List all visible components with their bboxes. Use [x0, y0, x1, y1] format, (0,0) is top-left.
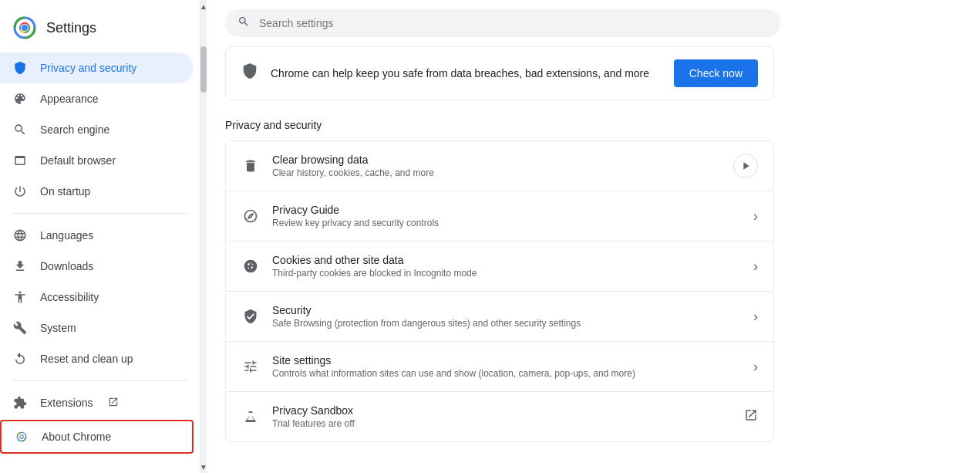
sidebar-item-on-startup-label: On startup: [40, 185, 90, 198]
sidebar-item-about-chrome-label: About Chrome: [42, 431, 111, 443]
sidebar-item-languages-label: Languages: [40, 229, 93, 242]
sidebar-item-privacy-security-label: Privacy and security: [40, 62, 136, 74]
sidebar-item-accessibility-label: Accessibility: [40, 291, 99, 303]
cookie-icon: [241, 257, 260, 275]
privacy-sandbox-text: Privacy Sandbox Trial features are off: [272, 404, 732, 429]
search-icon: [237, 15, 250, 31]
site-settings-title: Site settings: [272, 354, 741, 367]
clear-browsing-data-arrow[interactable]: [733, 154, 758, 178]
svg-point-14: [248, 268, 250, 269]
security-arrow: ›: [753, 309, 758, 325]
site-settings-desc: Controls what information sites can use …: [272, 368, 741, 379]
search-bar: [225, 9, 780, 37]
privacy-sandbox-desc: Trial features are off: [272, 418, 732, 429]
sidebar-item-appearance[interactable]: Appearance: [0, 83, 194, 114]
sidebar-item-privacy-security[interactable]: Privacy and security: [0, 52, 194, 83]
svg-point-5: [22, 25, 28, 31]
settings-item-privacy-sandbox[interactable]: Privacy Sandbox Trial features are off: [226, 392, 773, 441]
sidebar-scrollbar[interactable]: ▲ ▼: [200, 0, 207, 473]
sidebar-item-languages[interactable]: Languages: [0, 220, 194, 251]
main-content: Chrome can help keep you safe from data …: [207, 0, 980, 473]
settings-item-privacy-guide[interactable]: Privacy Guide Review key privacy and sec…: [226, 191, 773, 242]
trash-icon: [241, 157, 260, 175]
safety-card-left: Chrome can help keep you safe from data …: [241, 63, 649, 84]
svg-point-13: [252, 264, 254, 265]
sidebar-item-default-browser[interactable]: Default browser: [0, 145, 194, 176]
clear-browsing-data-desc: Clear history, cookies, cache, and more: [272, 167, 721, 178]
cookies-title: Cookies and other site data: [272, 254, 741, 266]
privacy-settings-list: Clear browsing data Clear history, cooki…: [225, 140, 774, 442]
privacy-guide-desc: Review key privacy and security controls: [272, 218, 741, 228]
safety-shield-icon: [241, 63, 258, 84]
sidebar-divider-2: [12, 380, 187, 381]
reset-icon: [12, 351, 28, 367]
compass-icon: [241, 207, 260, 225]
settings-item-security[interactable]: Security Safe Browsing (protection from …: [226, 292, 773, 342]
cookies-text: Cookies and other site data Third-party …: [272, 254, 741, 279]
sliders-icon: [241, 357, 260, 376]
system-icon: [12, 320, 28, 336]
sidebar-item-downloads-label: Downloads: [40, 260, 93, 272]
check-now-button[interactable]: Check now: [674, 59, 758, 87]
cookies-arrow: ›: [753, 258, 758, 275]
accessibility-icon: [12, 289, 28, 305]
scrollbar-thumb[interactable]: [200, 46, 207, 93]
privacy-sandbox-title: Privacy Sandbox: [272, 404, 732, 417]
search-bar-container: [207, 0, 980, 46]
sidebar-item-downloads[interactable]: Downloads: [0, 251, 194, 282]
svg-point-11: [244, 260, 258, 273]
security-title: Security: [272, 304, 741, 316]
svg-point-15: [251, 266, 253, 269]
sidebar-item-appearance-label: Appearance: [40, 93, 99, 105]
sidebar-item-about-chrome[interactable]: About Chrome: [0, 420, 194, 454]
sidebar-item-accessibility[interactable]: Accessibility: [0, 282, 194, 313]
about-chrome-icon: [14, 429, 29, 444]
sidebar-item-on-startup[interactable]: On startup: [0, 176, 194, 207]
chrome-logo-icon: [12, 15, 37, 40]
site-settings-arrow: ›: [753, 359, 758, 375]
sidebar-item-extensions[interactable]: Extensions: [0, 387, 194, 418]
sidebar-item-search-engine[interactable]: Search engine: [0, 114, 194, 145]
privacy-sandbox-external-link: [744, 408, 758, 426]
power-icon: [12, 184, 28, 199]
sidebar-item-reset-cleanup-label: Reset and clean up: [40, 353, 133, 365]
sidebar-item-system-label: System: [40, 322, 76, 334]
svg-point-10: [20, 435, 22, 438]
security-desc: Safe Browsing (protection from dangerous…: [272, 318, 741, 329]
cookies-desc: Third-party cookies are blocked in Incog…: [272, 268, 741, 279]
sidebar: Settings Privacy and security Appearance…: [0, 0, 200, 473]
svg-point-16: [250, 262, 251, 263]
content-area: Chrome can help keep you safe from data …: [207, 46, 793, 461]
privacy-guide-title: Privacy Guide: [272, 204, 741, 216]
svg-point-12: [248, 263, 250, 265]
privacy-guide-arrow: ›: [753, 208, 758, 225]
settings-item-clear-browsing-data[interactable]: Clear browsing data Clear history, cooki…: [226, 141, 773, 191]
download-icon: [12, 258, 28, 274]
safety-check-card: Chrome can help keep you safe from data …: [225, 46, 774, 100]
shield-icon: [12, 60, 28, 76]
flask-icon: [241, 407, 260, 426]
security-text: Security Safe Browsing (protection from …: [272, 304, 741, 329]
sidebar-item-reset-cleanup[interactable]: Reset and clean up: [0, 343, 194, 374]
app-title: Settings: [46, 20, 96, 36]
clear-browsing-data-title: Clear browsing data: [272, 154, 721, 166]
globe-icon: [12, 228, 28, 243]
scrollbar-up-arrow[interactable]: ▲: [200, 0, 207, 12]
sidebar-item-system[interactable]: System: [0, 313, 194, 343]
browser-icon: [12, 153, 28, 168]
settings-item-site-settings[interactable]: Site settings Controls what information …: [226, 342, 773, 392]
puzzle-icon: [12, 395, 28, 410]
search-input[interactable]: [259, 17, 768, 29]
site-settings-text: Site settings Controls what information …: [272, 354, 741, 379]
search-small-icon: [12, 122, 28, 137]
sidebar-item-default-browser-label: Default browser: [40, 154, 116, 167]
section-title: Privacy and security: [225, 119, 774, 131]
scrollbar-down-arrow[interactable]: ▼: [200, 461, 207, 473]
settings-item-cookies[interactable]: Cookies and other site data Third-party …: [226, 242, 773, 292]
sidebar-item-extensions-label: Extensions: [40, 397, 93, 409]
sidebar-divider-1: [12, 213, 187, 214]
external-link-icon: [108, 397, 119, 410]
palette-icon: [12, 91, 28, 106]
clear-browsing-data-text: Clear browsing data Clear history, cooki…: [272, 154, 721, 178]
sidebar-header: Settings: [0, 6, 200, 52]
